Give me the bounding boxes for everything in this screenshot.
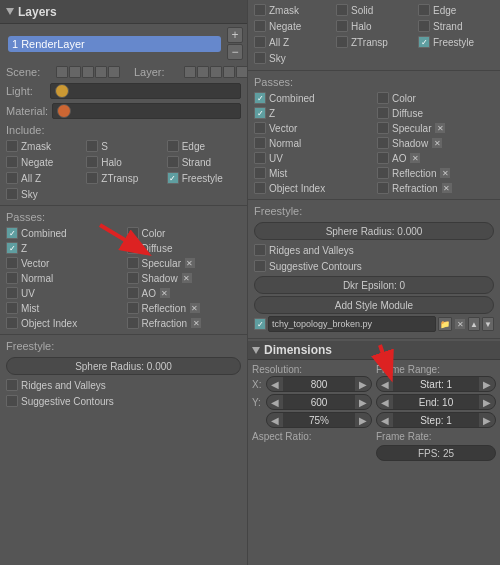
sphere-radius-btn-right[interactable]: Sphere Radius: 0.000: [254, 222, 494, 240]
pass-color-cb[interactable]: [127, 227, 139, 239]
right-cb-strand-box[interactable]: [418, 20, 430, 32]
cb-negate[interactable]: Negate: [4, 155, 82, 169]
pass-diffuse-cb[interactable]: [127, 242, 139, 254]
rpass-reflection[interactable]: Reflection ✕: [375, 166, 496, 180]
ridges-cb-right[interactable]: [254, 244, 266, 256]
right-cb-halo-box[interactable]: [336, 20, 348, 32]
right-cb-allz[interactable]: All Z: [252, 35, 332, 49]
right-cb-zmask[interactable]: Zmask: [252, 3, 332, 17]
rpass-vector-cb[interactable]: [254, 122, 266, 134]
rpass-specular-x[interactable]: ✕: [434, 122, 446, 134]
script-down-btn[interactable]: ▼: [482, 317, 494, 331]
rpass-z[interactable]: Z: [252, 106, 373, 120]
pass-shadow-x[interactable]: ✕: [181, 272, 193, 284]
rpass-specular-cb[interactable]: [377, 122, 389, 134]
pass-normal-left[interactable]: Normal: [4, 271, 123, 285]
ridges-cb-left[interactable]: [6, 379, 18, 391]
start-dec-btn[interactable]: ◀: [377, 377, 393, 391]
rpass-uv[interactable]: UV: [252, 151, 373, 165]
rpass-objidx[interactable]: Object Index: [252, 181, 373, 195]
pass-vector-cb[interactable]: [6, 257, 18, 269]
start-inc-btn[interactable]: ▶: [479, 377, 495, 391]
pass-ao-cb[interactable]: [127, 287, 139, 299]
rpass-ao-cb[interactable]: [377, 152, 389, 164]
rpass-shadow-cb[interactable]: [377, 137, 389, 149]
rpass-normal[interactable]: Normal: [252, 136, 373, 150]
rpass-vector[interactable]: Vector: [252, 121, 373, 135]
right-cb-negate[interactable]: Negate: [252, 19, 332, 33]
pass-refraction-cb[interactable]: [127, 317, 139, 329]
pass-uv-left[interactable]: UV: [4, 286, 123, 300]
scene-dot-3[interactable]: [82, 66, 94, 78]
pass-mist-cb[interactable]: [6, 302, 18, 314]
script-x-btn[interactable]: ✕: [454, 318, 466, 330]
cb-freestyle-box[interactable]: [167, 172, 179, 184]
right-cb-halo[interactable]: Halo: [334, 19, 414, 33]
rpass-refraction-cb[interactable]: [377, 182, 389, 194]
layer-dot-1[interactable]: [184, 66, 196, 78]
rpass-color[interactable]: Color: [375, 91, 496, 105]
cb-edge[interactable]: Edge: [165, 139, 243, 153]
cb-strand[interactable]: Strand: [165, 155, 243, 169]
pass-objidx-cb[interactable]: [6, 317, 18, 329]
scene-dot-1[interactable]: [56, 66, 68, 78]
cb-ztransp-box[interactable]: [86, 172, 98, 184]
end-inc-btn[interactable]: ▶: [479, 395, 495, 409]
pass-z-left[interactable]: Z: [4, 241, 123, 255]
step-inc-btn[interactable]: ▶: [479, 413, 495, 427]
pass-ao-left[interactable]: AO ✕: [125, 286, 244, 300]
rpass-shadow-x[interactable]: ✕: [431, 137, 443, 149]
rpass-refraction[interactable]: Refraction ✕: [375, 181, 496, 195]
right-cb-allz-box[interactable]: [254, 36, 266, 48]
right-cb-freestyle[interactable]: Freestyle: [416, 35, 496, 49]
scene-dot-2[interactable]: [69, 66, 81, 78]
rpass-combined-cb[interactable]: [254, 92, 266, 104]
pass-vector-left[interactable]: Vector: [4, 256, 123, 270]
rpass-color-cb[interactable]: [377, 92, 389, 104]
cb-edge-box[interactable]: [167, 140, 179, 152]
cb-sky[interactable]: Sky: [4, 187, 82, 201]
layers-collapse-icon[interactable]: [6, 8, 14, 15]
scene-dot-4[interactable]: [95, 66, 107, 78]
y-dec-btn[interactable]: ◀: [267, 395, 283, 409]
script-folder-btn[interactable]: 📁: [438, 317, 452, 331]
right-cb-sky-box[interactable]: [254, 52, 266, 64]
dimensions-collapse-icon[interactable]: [252, 347, 260, 354]
pass-combined-cb[interactable]: [6, 227, 18, 239]
script-name-field[interactable]: tchy_topology_broken.py: [268, 316, 436, 332]
right-cb-strand[interactable]: Strand: [416, 19, 496, 33]
pass-diffuse-left[interactable]: Diffuse: [125, 241, 244, 255]
cb-halo[interactable]: Halo: [84, 155, 162, 169]
rpass-refraction-x[interactable]: ✕: [441, 182, 453, 194]
pct-inc-btn[interactable]: ▶: [355, 413, 371, 427]
pass-refraction-x[interactable]: ✕: [190, 317, 202, 329]
pass-objidx-left[interactable]: Object Index: [4, 316, 123, 330]
rpass-diffuse[interactable]: Diffuse: [375, 106, 496, 120]
layer-dot-4[interactable]: [223, 66, 235, 78]
right-cb-edge-box[interactable]: [418, 4, 430, 16]
rpass-reflection-cb[interactable]: [377, 167, 389, 179]
render-layer-item[interactable]: 1 RenderLayer: [8, 36, 221, 52]
light-input[interactable]: [50, 83, 241, 99]
pass-reflection-left[interactable]: Reflection ✕: [125, 301, 244, 315]
y-inc-btn[interactable]: ▶: [355, 395, 371, 409]
cb-s-box[interactable]: [86, 140, 98, 152]
script-cb[interactable]: [254, 318, 266, 330]
cb-ztransp[interactable]: ZTransp: [84, 171, 162, 185]
cb-strand-box[interactable]: [167, 156, 179, 168]
cb-allz-box[interactable]: [6, 172, 18, 184]
layer-dot-3[interactable]: [210, 66, 222, 78]
right-cb-zmask-box[interactable]: [254, 4, 266, 16]
pct-dec-btn[interactable]: ◀: [267, 413, 283, 427]
end-dec-btn[interactable]: ◀: [377, 395, 393, 409]
right-cb-freestyle-box[interactable]: [418, 36, 430, 48]
ridges-valleys-left[interactable]: Ridges and Valleys: [6, 377, 241, 393]
material-input[interactable]: [52, 103, 241, 119]
pass-shadow-cb[interactable]: [127, 272, 139, 284]
layer-dot-2[interactable]: [197, 66, 209, 78]
rpass-shadow[interactable]: Shadow ✕: [375, 136, 496, 150]
pass-specular-cb[interactable]: [127, 257, 139, 269]
ridges-valleys-right[interactable]: Ridges and Valleys: [254, 242, 494, 258]
pass-normal-cb[interactable]: [6, 272, 18, 284]
pass-reflection-cb[interactable]: [127, 302, 139, 314]
